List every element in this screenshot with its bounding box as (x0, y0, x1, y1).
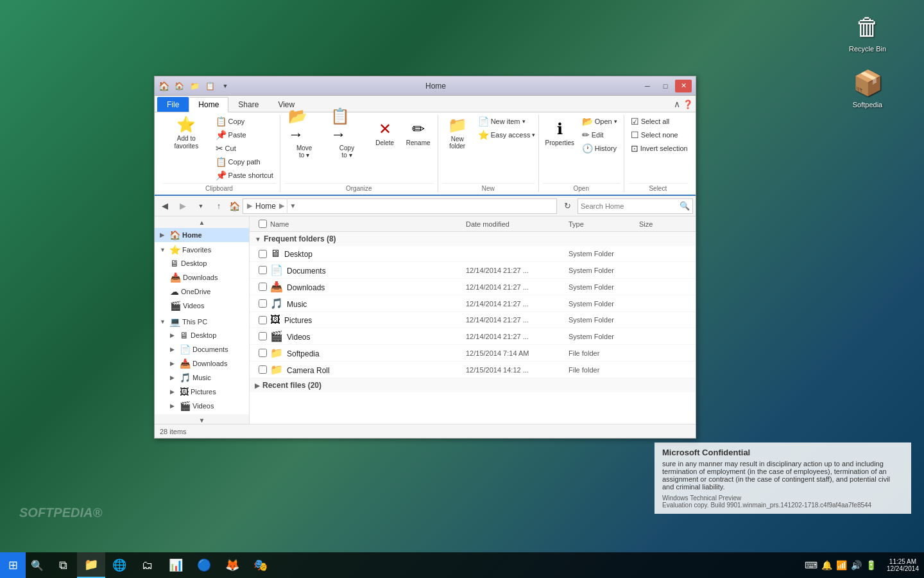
sidebar-item-desktop-fav[interactable]: 🖥 Desktop (155, 256, 249, 270)
back-button[interactable]: ◀ (157, 198, 173, 214)
delete-button[interactable]: ✕ Delete (370, 115, 400, 151)
copy-path-button[interactable]: 📋 Copy path (213, 155, 276, 168)
easy-access-button[interactable]: ⭐ Easy access ▾ (475, 128, 538, 141)
header-checkbox[interactable] (255, 220, 270, 228)
videos-checkbox[interactable] (255, 332, 270, 340)
ribbon-collapse-btn[interactable]: ∧ ❓ (674, 99, 693, 112)
softpedia-checkbox[interactable] (255, 349, 270, 357)
select-none-button[interactable]: ☐ Select none (628, 128, 690, 141)
forward-button[interactable]: ▶ (175, 198, 191, 214)
sidebar-item-music-pc[interactable]: ▶ 🎵 Music (155, 371, 249, 385)
file-row-music[interactable]: 🎵Music 12/14/2014 21:27 ... System Folde… (250, 295, 696, 312)
file-row-softpedia[interactable]: 📁Softpedia 12/15/2014 7:14 AM File folde… (250, 345, 696, 362)
cut-button[interactable]: ✂ Cut (213, 142, 276, 155)
desktop-checkbox[interactable] (255, 250, 270, 258)
taskbar-ie[interactable]: 🌐 (105, 552, 133, 578)
dropdown-nav-btn[interactable]: ▼ (193, 198, 209, 214)
address-dropdown-btn[interactable]: ▼ (287, 198, 298, 214)
sidebar-item-videos-fav[interactable]: 🎬 Videos (155, 299, 249, 313)
recent-files-section[interactable]: ▶ Recent files (20) (250, 378, 696, 392)
sidebar-item-videos-pc[interactable]: ▶ 🎬 Videos (155, 399, 249, 413)
taskbar-firefox[interactable]: 🦊 (218, 552, 246, 578)
sidebar-item-desktop-pc[interactable]: ▶ 🖥 Desktop (155, 328, 249, 342)
thispc-header[interactable]: ▼ 💻 This PC (155, 315, 249, 328)
taskbar-task-view[interactable]: ⧉ (49, 552, 77, 578)
crumb-home[interactable]: Home (253, 201, 278, 211)
camera-roll-checkbox[interactable] (255, 365, 270, 374)
softpedia-check[interactable] (259, 349, 267, 357)
file-row-documents[interactable]: 📄Documents 12/14/2014 21:27 ... System F… (250, 262, 696, 279)
sidebar-item-downloads-pc[interactable]: ▶ 📥 Downloads (155, 356, 249, 371)
pictures-checkbox[interactable] (255, 316, 270, 324)
history-button[interactable]: 🕐 History (579, 142, 620, 155)
downloads-check[interactable] (259, 283, 267, 291)
close-button[interactable]: ✕ (675, 80, 692, 92)
select-all-button[interactable]: ☑ Select all (628, 115, 690, 128)
rename-button[interactable]: ✏ Rename (403, 115, 434, 151)
address-home-icon[interactable]: 🏠 (229, 201, 240, 211)
column-date[interactable]: Date modified (466, 220, 569, 228)
file-row-camera-roll[interactable]: 📁Camera Roll 12/15/2014 14:12 ... File f… (250, 362, 696, 378)
column-size[interactable]: Size (639, 220, 690, 228)
new-folder-button[interactable]: 📁 Newfolder (442, 115, 473, 151)
sidebar-item-documents-pc[interactable]: ▶ 📄 Documents (155, 342, 249, 356)
music-checkbox[interactable] (255, 299, 270, 308)
copy-button[interactable]: 📋 Copy (213, 115, 276, 128)
taskbar-excel[interactable]: 📊 (162, 552, 190, 578)
tray-network-icon[interactable]: 📶 (836, 560, 847, 570)
sidebar-item-pictures-pc[interactable]: ▶ 🖼 Pictures (155, 385, 249, 399)
new-item-button[interactable]: 📄 New item ▾ (475, 115, 538, 128)
address-bar[interactable]: ▶ Home ▶ ▼ (243, 198, 557, 214)
taskbar-browser[interactable]: 🔵 (190, 552, 218, 578)
taskbar-file-explorer[interactable]: 📁 (77, 552, 105, 578)
file-row-downloads[interactable]: 📥Downloads 12/14/2014 21:27 ... System F… (250, 279, 696, 295)
paste-button[interactable]: 📌 Paste (213, 128, 276, 141)
qa-home-btn[interactable]: 🏠 (172, 80, 186, 92)
videos-check[interactable] (259, 332, 267, 340)
desktop-check[interactable] (259, 250, 267, 258)
maximize-button[interactable]: □ (657, 80, 674, 92)
sidebar-item-onedrive[interactable]: ☁ OneDrive (155, 285, 249, 299)
refresh-button[interactable]: ↻ (560, 198, 575, 214)
softpedia-desktop-icon[interactable]: 📦 Softpedia (842, 67, 893, 109)
qa-copy-btn[interactable]: 📋 (203, 80, 217, 92)
qa-dropdown-btn[interactable]: ▼ (218, 80, 232, 92)
move-to-button[interactable]: 📂→ Moveto ▾ (284, 115, 324, 151)
frequent-folders-section[interactable]: ▼ Frequent folders (8) (250, 232, 696, 246)
tab-home[interactable]: Home (189, 97, 228, 112)
copy-to-button[interactable]: 📋→ Copyto ▾ (327, 115, 366, 151)
recycle-bin-icon[interactable]: 🗑 Recycle Bin (842, 12, 893, 53)
sidebar-item-downloads-fav[interactable]: 📥 Downloads (155, 270, 249, 285)
sidebar-item-home[interactable]: ▶ 🏠 Home (155, 228, 249, 242)
documents-checkbox[interactable] (255, 266, 270, 274)
tray-volume-icon[interactable]: 🔊 (851, 560, 862, 570)
select-all-checkbox[interactable] (259, 220, 267, 228)
open-button[interactable]: 📂 Open ▾ (579, 115, 620, 128)
search-input[interactable] (581, 202, 677, 210)
search-icon[interactable]: 🔍 (680, 201, 690, 211)
tab-share[interactable]: Share (228, 97, 268, 112)
start-button[interactable]: ⊞ (0, 552, 26, 578)
tray-power-icon[interactable]: 🔋 (866, 560, 877, 570)
file-row-desktop[interactable]: 🖥Desktop System Folder (250, 246, 696, 262)
downloads-checkbox[interactable] (255, 283, 270, 291)
taskbar-clock[interactable]: 11:25 AM 12/24/2014 (882, 558, 924, 572)
tab-file[interactable]: File (157, 97, 189, 112)
invert-selection-button[interactable]: ⊡ Invert selection (628, 142, 690, 155)
qa-new-folder-btn[interactable]: 📁 (187, 80, 201, 92)
tray-notification-icon[interactable]: 🔔 (821, 560, 832, 570)
taskbar-file-manager[interactable]: 🗂 (133, 552, 162, 578)
sidebar-scroll-down[interactable]: ▼ (155, 414, 249, 424)
minimize-button[interactable]: ─ (639, 80, 656, 92)
add-to-favorites-button[interactable]: ⭐ Add to favorites (162, 115, 210, 151)
sidebar-scroll-up[interactable]: ▲ (155, 216, 249, 228)
taskbar-search-button[interactable]: 🔍 (26, 552, 49, 578)
documents-check[interactable] (259, 266, 267, 274)
column-type[interactable]: Type (569, 220, 639, 228)
camera-roll-check[interactable] (259, 365, 267, 374)
favorites-header[interactable]: ▼ ⭐ Favorites (155, 243, 249, 256)
file-row-videos[interactable]: 🎬Videos 12/14/2014 21:27 ... System Fold… (250, 328, 696, 345)
taskbar-media[interactable]: 🎭 (246, 552, 275, 578)
properties-button[interactable]: ℹ Properties (543, 115, 577, 151)
pictures-check[interactable] (259, 316, 267, 324)
